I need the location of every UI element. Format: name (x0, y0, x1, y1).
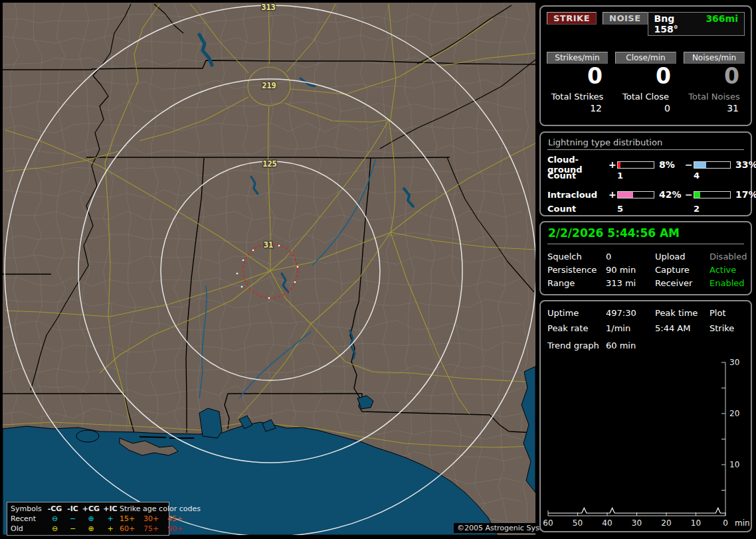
plus-icon: + (101, 514, 120, 524)
noise-button[interactable]: NOISE (603, 12, 648, 25)
minus-icon: − (64, 524, 81, 534)
trend-window-value: 60 min (606, 341, 744, 350)
bearing-distance: 366mi (706, 13, 738, 35)
circle-minus-icon: ⊖ (45, 514, 64, 524)
status-panel: 2/2/2026 5:44:56 AM Squelch 0 Upload Dis… (539, 221, 752, 295)
legend-col-neg-ic: -IC (64, 504, 81, 514)
close-per-min-chip[interactable]: Close/min (615, 52, 676, 64)
age-code: 30+ (143, 514, 167, 524)
counters-panel: STRIKE NOISE Bng 158° 366mi Strikes/min … (539, 5, 752, 126)
intracloud-count-row: Count 5 2 (547, 201, 744, 216)
distribution-panel: Lightning type distribution Cloud-ground… (539, 131, 752, 216)
age-code: 75+ (143, 524, 167, 534)
svg-text:20: 20 (729, 409, 739, 418)
count-label: Count (547, 171, 609, 181)
uptime-label: Uptime (547, 305, 606, 321)
circle-plus-icon: ⊕ (81, 524, 101, 534)
age-code: 90+ (167, 524, 190, 534)
svg-text:30: 30 (632, 518, 642, 528)
ic-plus-bar-fill (618, 192, 633, 198)
svg-text:min: min (735, 518, 750, 528)
ic-minus-bar (694, 191, 731, 198)
cg-minus-bar (694, 161, 731, 169)
ring-label-313: 313 (261, 3, 276, 12)
ic-minus-bar-fill (694, 192, 700, 198)
bearing-readout: Bng 158° 366mi (648, 12, 745, 36)
legend-old-label: Old (11, 524, 45, 534)
intracloud-row: Intracloud + 42% − 17% (547, 188, 744, 201)
cg-minus-bar-fill (694, 162, 706, 168)
range-label: Range (547, 277, 606, 290)
cg-minus-pct: 33% (732, 159, 756, 170)
map-area: 313 219 125 31 Symbols -CG -IC +CG +IC S… (0, 0, 538, 539)
cg-plus-count: 1 (617, 171, 656, 181)
strikes-rate-value: 0 (547, 64, 608, 89)
circle-plus-icon: ⊕ (81, 514, 101, 524)
trend-graph-label: Trend graph (547, 341, 606, 350)
cg-plus-bar (617, 161, 654, 169)
plot-value: Strike (709, 321, 744, 336)
receiver-label: Receiver (655, 277, 709, 290)
minus-icon: − (685, 189, 694, 200)
bearing-label: Bng 158° (654, 13, 696, 35)
legend-recent-row: Recent ⊖ − ⊕ + 15+ 30+ 45+ (11, 514, 169, 524)
total-noises-value: 31 (684, 103, 745, 114)
peak-rate-label: Peak rate (547, 321, 606, 336)
svg-text:50: 50 (573, 518, 583, 528)
ring-label-31: 31 (264, 240, 273, 250)
noises-per-min-chip[interactable]: Noises/min (684, 52, 745, 64)
map-legend: Symbols -CG -IC +CG +IC Strike age color… (7, 502, 169, 536)
capture-label: Capture (655, 264, 709, 277)
cg-minus-count: 4 (694, 171, 732, 181)
legend-recent-label: Recent (11, 514, 45, 524)
legend-header-row: Symbols -CG -IC +CG +IC Strike age color… (11, 504, 169, 514)
distribution-header: Lightning type distribution (547, 136, 744, 150)
legend-col-pos-cg: +CG (81, 504, 101, 514)
age-code: 60+ (120, 524, 143, 534)
lake-pontchartrain (76, 430, 99, 442)
ic-plus-pct: 42% (656, 189, 685, 200)
total-close-value: 0 (615, 103, 676, 114)
legend-symbols-header: Symbols (11, 504, 45, 514)
cloud-ground-count-row: Count 1 4 (547, 168, 744, 183)
noises-counter-column: Noises/min 0 Total Noises 31 (684, 52, 745, 114)
map-canvas[interactable]: 313 219 125 31 (0, 0, 538, 539)
svg-text:20: 20 (661, 518, 671, 528)
ic-plus-bar (617, 191, 654, 198)
intracloud-label: Intracloud (547, 190, 609, 200)
squelch-value: 0 (606, 250, 655, 264)
strikes-counter-column: Strikes/min 0 Total Strikes 12 (547, 52, 608, 114)
total-strikes-value: 12 (547, 103, 608, 114)
ic-minus-count: 2 (694, 204, 732, 214)
plus-icon: + (609, 159, 617, 170)
stats-panel: Uptime 497:30 Peak time Plot Peak rate 1… (539, 300, 752, 532)
upload-label: Upload (655, 250, 709, 264)
app-window: 313 219 125 31 Symbols -CG -IC +CG +IC S… (0, 0, 756, 539)
capture-status: Active (709, 264, 747, 277)
cg-plus-bar-fill (618, 162, 620, 168)
strike-button[interactable]: STRIKE (547, 12, 597, 25)
legend-old-row: Old ⊖ − ⊕ + 60+ 75+ 90+ (11, 524, 169, 534)
svg-text:0: 0 (723, 518, 728, 528)
legend-col-neg-cg: -CG (45, 504, 64, 514)
legend-col-pos-ic: +IC (101, 504, 120, 514)
circle-minus-icon: ⊖ (45, 524, 64, 534)
uptime-value: 497:30 (606, 305, 655, 321)
strikes-per-min-chip[interactable]: Strikes/min (547, 52, 608, 64)
noises-rate-value: 0 (684, 64, 745, 89)
cg-plus-pct: 8% (656, 159, 685, 170)
receiver-status: Enabled (709, 277, 747, 290)
count-label: Count (547, 204, 609, 214)
total-close-label: Total Close (615, 92, 676, 102)
legend-age-header: Strike age color codes (120, 504, 190, 514)
total-strikes-label: Total Strikes (547, 92, 608, 102)
svg-text:60: 60 (543, 518, 553, 528)
age-code: 15+ (120, 514, 143, 524)
plus-icon: + (609, 189, 617, 200)
svg-text:10: 10 (729, 460, 739, 469)
trend-chart: 6050403020100min102030 (541, 354, 751, 531)
persistence-label: Persistence (547, 264, 606, 277)
peak-time-label: Peak time (655, 305, 709, 321)
close-counter-column: Close/min 0 Total Close 0 (615, 52, 676, 114)
datetime-display: 2/2/2026 5:44:56 AM (547, 226, 744, 244)
